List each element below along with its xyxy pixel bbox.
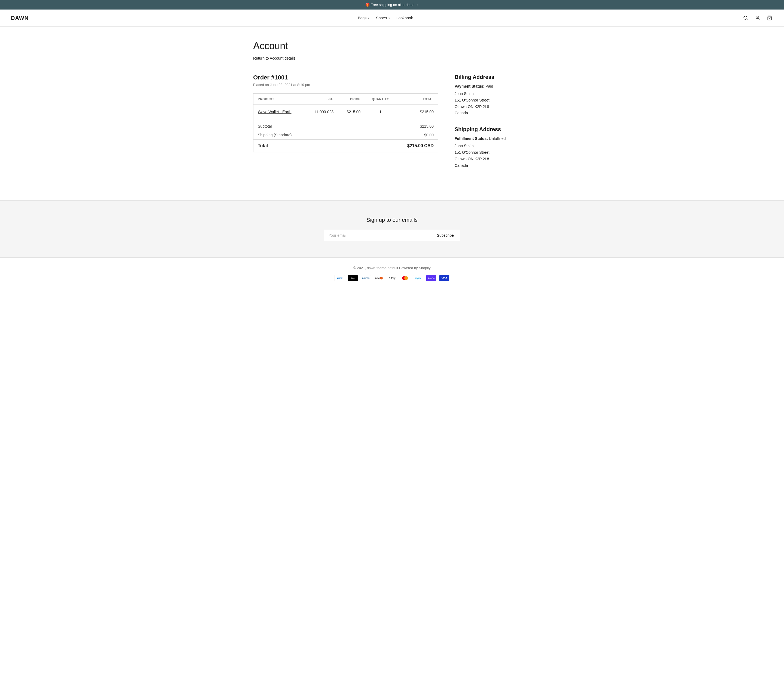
header-icons	[742, 14, 773, 22]
newsletter-form: Subscribe	[324, 230, 460, 241]
billing-street: 151 O'Connor Street	[454, 97, 531, 104]
subtotal-label: Subtotal	[254, 119, 396, 131]
subtotal-value: $215.00	[396, 119, 438, 131]
shipping-name: John Smith	[454, 143, 531, 149]
col-quantity: QUANTITY	[365, 93, 396, 105]
announcement-text: 🎁 Free shipping on all orders!	[365, 3, 414, 7]
shipping-address: John Smith 151 O'Connor Street Ottawa ON…	[454, 143, 531, 169]
newsletter-section: Sign up to our emails Subscribe	[0, 200, 784, 258]
footer-copyright: © 2021, dawn-theme-default Powered by Sh…	[11, 266, 773, 270]
search-icon	[743, 16, 748, 20]
shipping-status-value: Unfulfilled	[489, 136, 506, 141]
billing-section: Billing Address Payment Status: Paid Joh…	[454, 74, 531, 116]
billing-title: Billing Address	[454, 74, 531, 80]
product-sku-cell: 11-003-023	[304, 105, 338, 119]
amex-icon: AMEX	[334, 275, 345, 281]
account-icon	[755, 16, 760, 20]
header: DAWN Bags ▾ Shoes ▾ Lookbook	[0, 9, 784, 27]
shipping-street: 151 O'Connor Street	[454, 149, 531, 156]
subscribe-button[interactable]: Subscribe	[431, 230, 460, 241]
shipping-section: Shipping Address Fulfillment Status: Unf…	[454, 126, 531, 169]
shipping-label: Shipping (Standard)	[254, 130, 396, 140]
svg-point-2	[757, 16, 758, 18]
mastercard-icon	[400, 275, 410, 281]
shipping-city: Ottawa ON K2P 2L8	[454, 156, 531, 163]
order-table: PRODUCT SKU PRICE QUANTITY TOTAL Wave Wa…	[253, 93, 438, 152]
payment-icons: AMEX Pay DINERS DISC G Pay PayPal Shop P…	[11, 275, 773, 281]
total-label: Total	[254, 140, 396, 152]
nav-shoes[interactable]: Shoes ▾	[376, 16, 390, 20]
bags-chevron-icon: ▾	[368, 17, 369, 20]
cart-button[interactable]	[766, 14, 773, 22]
shipping-status: Fulfillment Status: Unfulfilled	[454, 136, 531, 141]
visa-icon: VISA	[439, 275, 450, 281]
announcement-link[interactable]: 🎁 Free shipping on all orders! →	[365, 3, 419, 7]
shipping-status-label: Fulfillment Status:	[454, 136, 488, 141]
product-price-cell: $215.00	[338, 105, 365, 119]
footer: © 2021, dawn-theme-default Powered by Sh…	[0, 258, 784, 292]
gpay-icon: G Pay	[387, 275, 397, 281]
product-quantity-cell: 1	[365, 105, 396, 119]
billing-status-value: Paid	[485, 84, 493, 89]
total-value: $215.00 CAD	[396, 140, 438, 152]
order-main: Order #1001 Placed on June 23, 2021 at 8…	[253, 74, 438, 152]
nav-lookbook[interactable]: Lookbook	[397, 16, 413, 20]
main-content: Account Return to Account details Order …	[242, 27, 542, 200]
search-button[interactable]	[742, 14, 749, 22]
paypal-icon: PayPal	[413, 275, 423, 281]
newsletter-title: Sign up to our emails	[11, 217, 773, 223]
site-logo[interactable]: DAWN	[11, 15, 29, 21]
order-date: Placed on June 23, 2021 at 8:19 pm	[253, 83, 438, 87]
table-header-row: PRODUCT SKU PRICE QUANTITY TOTAL	[254, 93, 438, 105]
shipping-country: Canada	[454, 163, 531, 169]
shipping-row: Shipping (Standard) $0.00	[254, 130, 438, 140]
subtotal-row: Subtotal $215.00	[254, 119, 438, 131]
billing-country: Canada	[454, 110, 531, 116]
applepay-icon: Pay	[348, 275, 358, 281]
product-total-cell: $215.00	[396, 105, 438, 119]
svg-line-1	[747, 19, 747, 20]
page-title: Account	[253, 40, 531, 52]
billing-address: John Smith 151 O'Connor Street Ottawa ON…	[454, 91, 531, 116]
billing-status: Payment Status: Paid	[454, 84, 531, 89]
billing-status-label: Payment Status:	[454, 84, 485, 89]
product-name-cell: Wave Wallet - Earth	[254, 105, 304, 119]
main-nav: Bags ▾ Shoes ▾ Lookbook	[358, 16, 413, 20]
shoes-chevron-icon: ▾	[389, 17, 390, 20]
nav-bags[interactable]: Bags ▾	[358, 16, 369, 20]
product-link[interactable]: Wave Wallet - Earth	[258, 110, 291, 114]
announcement-bar: 🎁 Free shipping on all orders! →	[0, 0, 784, 9]
email-input[interactable]	[324, 230, 431, 241]
col-product: PRODUCT	[254, 93, 304, 105]
svg-point-0	[744, 16, 747, 19]
return-link[interactable]: Return to Account details	[253, 56, 296, 61]
billing-name: John Smith	[454, 91, 531, 97]
shopify-pay-icon: Shop Pay	[426, 275, 436, 281]
shipping-title: Shipping Address	[454, 126, 531, 132]
account-button[interactable]	[754, 14, 761, 22]
col-total: TOTAL	[396, 93, 438, 105]
table-row: Wave Wallet - Earth 11-003-023 $215.00 1…	[254, 105, 438, 119]
diners-icon: DINERS	[361, 275, 371, 281]
col-price: PRICE	[338, 93, 365, 105]
billing-city: Ottawa ON K2P 2L8	[454, 104, 531, 110]
cart-icon	[767, 16, 772, 20]
order-layout: Order #1001 Placed on June 23, 2021 at 8…	[253, 74, 531, 179]
shipping-value: $0.00	[396, 130, 438, 140]
order-sidebar: Billing Address Payment Status: Paid Joh…	[454, 74, 531, 179]
shopify-link[interactable]: Powered by Shopify	[399, 266, 431, 270]
total-row: Total $215.00 CAD	[254, 140, 438, 152]
col-sku: SKU	[304, 93, 338, 105]
order-number: Order #1001	[253, 74, 438, 81]
announcement-arrow: →	[415, 3, 419, 7]
discover-icon: DISC	[374, 275, 384, 281]
